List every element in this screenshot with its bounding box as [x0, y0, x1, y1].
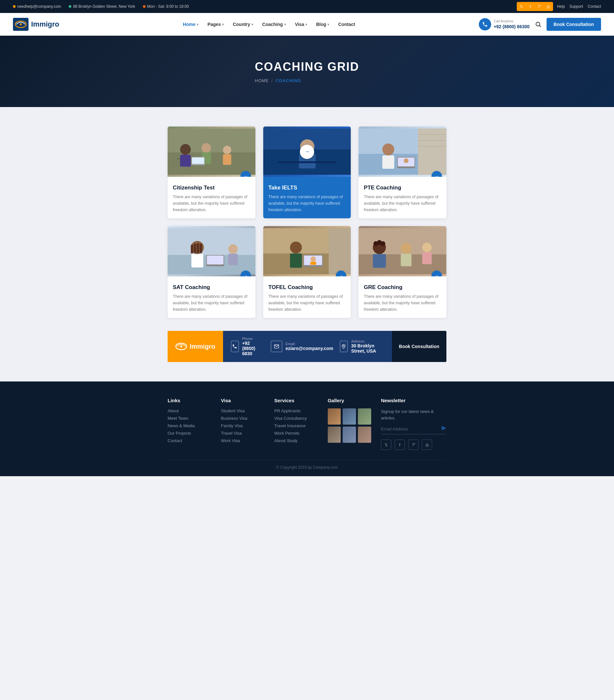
- card-citizenship-test[interactable]: → Citizenship Test There are many variat…: [168, 126, 255, 218]
- logo[interactable]: Immigro: [13, 18, 59, 31]
- breadcrumb-home[interactable]: HOME: [255, 78, 269, 83]
- footer-service-travel-insurance[interactable]: Travel Insurance: [274, 423, 318, 428]
- card-desc-2: There are many variations of passages of…: [268, 193, 346, 213]
- footer-visa-business[interactable]: Business Visa: [221, 416, 265, 421]
- citizenship-image: [168, 126, 255, 177]
- svg-point-66: [343, 345, 344, 346]
- card-gre-coaching[interactable]: → GRE Coaching There are many variations…: [359, 226, 446, 318]
- newsletter-submit-button[interactable]: [441, 426, 446, 432]
- banner-book-button[interactable]: Book Consultation: [392, 331, 446, 362]
- footer-bottom: © Copyright 2023 by Company.com: [168, 460, 446, 470]
- footer-service-visa-consultancy[interactable]: Visa Consultancy: [274, 416, 318, 421]
- facebook-icon[interactable]: f: [526, 2, 535, 11]
- footer-service-pr[interactable]: PR Applicants: [274, 408, 318, 413]
- footer-pinterest-icon[interactable]: 𝓟: [408, 439, 419, 450]
- banner-address-icon: [340, 341, 348, 352]
- footer-service-work-permits[interactable]: Work Permits: [274, 431, 318, 436]
- card-sat-coaching[interactable]: → SAT Coaching There are many variations…: [168, 226, 255, 318]
- top-bar-right: 𝕏 f 𝓟 ◎ Help Support Contact: [517, 2, 601, 11]
- footer-visa-student[interactable]: Student Visa: [221, 408, 265, 413]
- card-desc-6: There are many variations of passages of…: [364, 293, 441, 313]
- card-pte-coaching[interactable]: → PTE Coaching There are many variations…: [359, 126, 446, 218]
- gallery-item-6[interactable]: [358, 427, 371, 443]
- sat-image: [168, 226, 255, 276]
- social-links: 𝕏 f 𝓟 ◎: [517, 2, 553, 11]
- footer-services-title: Services: [274, 398, 318, 403]
- banner-email-text: Email: eziaro@company.com: [285, 342, 333, 351]
- footer-social-links: 𝕏 f 𝓟 ◎: [381, 439, 446, 450]
- card-title-3: PTE Coaching: [364, 185, 441, 191]
- svg-rect-8: [180, 155, 191, 167]
- card-image-citizenship: →: [168, 126, 255, 177]
- svg-rect-38: [191, 254, 203, 267]
- footer-link-contact[interactable]: Contact: [168, 438, 212, 443]
- twitter-icon[interactable]: 𝕏: [517, 2, 526, 11]
- svg-rect-19: [278, 161, 336, 163]
- card-tofel-coaching[interactable]: → TOFEL Coaching There are many variatio…: [263, 226, 351, 318]
- svg-rect-27: [418, 128, 446, 175]
- card-body-5: TOFEL Coaching There are many variations…: [263, 276, 351, 318]
- banner-email-icon: [271, 341, 282, 352]
- visa-caret-icon: ▾: [305, 23, 307, 26]
- footer: Links About Meet Team News & Media Our P…: [0, 382, 614, 476]
- footer-instagram-icon[interactable]: ◎: [422, 439, 432, 450]
- footer-service-abrod-study[interactable]: Abrod Study: [274, 438, 318, 443]
- card-desc-3: There are many variations of passages of…: [364, 193, 441, 213]
- pinterest-icon[interactable]: 𝓟: [535, 2, 544, 11]
- footer-newsletter-col: Newsletter Signup for our latest news & …: [381, 398, 446, 450]
- gre-illustration: [359, 226, 446, 276]
- footer-visa-family[interactable]: Family Visa: [221, 423, 265, 428]
- footer-links-title: Links: [168, 398, 212, 403]
- footer-visa-travel[interactable]: Travel Visa: [221, 431, 265, 436]
- svg-point-9: [202, 143, 211, 152]
- footer-link-our-projects[interactable]: Our Projects: [168, 431, 212, 436]
- svg-rect-23: [383, 155, 395, 169]
- nav-blog[interactable]: Blog ▾: [316, 19, 329, 29]
- svg-point-11: [223, 146, 231, 154]
- svg-rect-12: [223, 154, 231, 165]
- contact-link[interactable]: Contact: [588, 4, 601, 9]
- gallery-item-3[interactable]: [358, 408, 371, 425]
- svg-rect-58: [373, 254, 386, 267]
- nav-pages[interactable]: Pages ▾: [207, 19, 224, 29]
- nav-country[interactable]: Country ▾: [233, 19, 253, 29]
- card-arrow-2-active[interactable]: →: [300, 145, 314, 159]
- footer-services-col: Services PR Applicants Visa Consultancy …: [274, 398, 318, 450]
- footer-facebook-icon[interactable]: f: [395, 439, 405, 450]
- help-link[interactable]: Help: [557, 4, 565, 9]
- hero-section: COACHING GRID HOME / COACHING: [0, 36, 614, 107]
- phone-icon-banner: [232, 344, 237, 349]
- gallery-item-1[interactable]: [328, 408, 341, 425]
- hero-content: COACHING GRID HOME / COACHING: [255, 60, 359, 83]
- email-text: needhelp@company.com: [17, 4, 61, 9]
- banner-address-item: Address: 30 Broklyn Street, USA: [340, 339, 384, 353]
- coaching-grid-section: → Citizenship Test There are many variat…: [0, 107, 614, 382]
- banner-logo-icon: [175, 341, 187, 351]
- svg-point-45: [290, 242, 302, 254]
- footer-link-news-media[interactable]: News & Media: [168, 423, 212, 428]
- nav-contact[interactable]: Contact: [338, 19, 355, 29]
- nav-visa[interactable]: Visa ▾: [295, 19, 307, 29]
- gallery-item-2[interactable]: [343, 408, 356, 425]
- contact-banner-wrap: Immigro Phone: +92 (8800) 6830: [168, 331, 446, 362]
- blog-caret-icon: ▾: [328, 23, 329, 26]
- footer-link-about[interactable]: About: [168, 408, 212, 413]
- card-image-sat: →: [168, 226, 255, 276]
- footer-link-meet-team[interactable]: Meet Team: [168, 416, 212, 421]
- footer-visa-work[interactable]: Work Visa: [221, 438, 265, 443]
- support-link[interactable]: Support: [570, 4, 583, 9]
- instagram-icon[interactable]: ◎: [544, 2, 553, 11]
- email-info: needhelp@company.com: [13, 4, 61, 9]
- newsletter-email-input[interactable]: [381, 427, 441, 432]
- nav-coaching[interactable]: Coaching ▾: [262, 19, 286, 29]
- svg-rect-34: [191, 245, 193, 254]
- breadcrumb-sep: /: [271, 78, 273, 83]
- book-consultation-button[interactable]: Book Consultation: [547, 18, 601, 31]
- search-button[interactable]: [535, 21, 541, 28]
- footer-twitter-icon[interactable]: 𝕏: [381, 439, 391, 450]
- gallery-item-4[interactable]: [328, 427, 341, 443]
- coaching-caret-icon: ▾: [284, 23, 286, 26]
- nav-home[interactable]: Home ▾: [183, 19, 199, 29]
- gallery-item-5[interactable]: [343, 427, 356, 443]
- card-take-ielts[interactable]: → Take IELTS There are many variations o…: [263, 126, 351, 218]
